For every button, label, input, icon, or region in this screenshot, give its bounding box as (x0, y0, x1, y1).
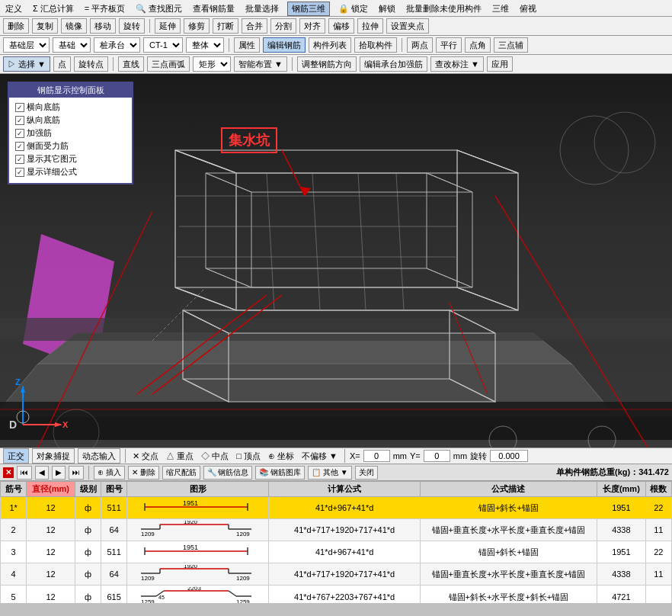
checkbox-4[interactable]: ✓ (15, 155, 24, 164)
panel-item-1[interactable]: ✓ 纵向底筋 (15, 114, 126, 126)
break-btn[interactable]: 打断 (213, 18, 238, 34)
arc-btn[interactable]: 三点画弧 (147, 56, 190, 72)
extend-btn[interactable]: 延伸 (155, 18, 181, 34)
first-btn[interactable]: ⏮ (17, 466, 32, 480)
edit-cap-rebar-btn[interactable]: 编辑承台加强筋 (360, 56, 427, 72)
trim-btn[interactable]: 修剪 (184, 18, 210, 34)
adjust-direction-btn[interactable]: 调整钢筋方向 (297, 56, 357, 72)
menu-calculate[interactable]: Σ 汇总计算 (30, 2, 76, 15)
point-btn[interactable]: 点 (53, 56, 71, 72)
two-point-btn[interactable]: 两点 (407, 37, 433, 53)
last-btn[interactable]: ⏭ (69, 466, 84, 480)
cell-shapeno: 511 (101, 541, 127, 563)
other-btn[interactable]: 📋 其他 ▼ (308, 466, 351, 480)
three-point-aux-btn[interactable]: 三点辅 (494, 37, 528, 53)
checkbox-1[interactable]: ✓ (15, 116, 24, 125)
delete-btn[interactable]: 删除 (3, 18, 29, 34)
table-row[interactable]: 2 12 ф 64 1209 1920 1209 (1, 519, 672, 541)
menu-batch-select[interactable]: 批量选择 (243, 2, 281, 15)
checkbox-0[interactable]: ✓ (15, 103, 24, 112)
next-btn[interactable]: ▶ (52, 466, 66, 480)
whole-dropdown[interactable]: 整体 (186, 37, 224, 53)
menu-view-rebar[interactable]: 查看钢筋量 (190, 2, 237, 15)
menu-top-view[interactable]: 俯视 (517, 2, 539, 15)
table-row[interactable]: 1* 12 ф 511 1951 41*d+967+41*d 锚固+斜长+锚固 (1, 497, 672, 519)
svg-line-23 (396, 173, 404, 310)
coord-btn[interactable]: ⊕ 坐标 (266, 450, 296, 463)
scale-btn[interactable]: 缩尺配筋 (162, 466, 200, 480)
menu-rebar-3d[interactable]: 钢筋三维 (287, 2, 330, 16)
svg-marker-14 (206, 173, 251, 287)
parallel-btn[interactable]: 平行 (436, 37, 462, 53)
menu-unlock[interactable]: 解锁 (376, 2, 398, 15)
y-input[interactable] (424, 450, 450, 462)
no-offset-btn[interactable]: 不偏移 ▼ (299, 450, 340, 463)
close-panel-btn[interactable]: 关闭 (355, 466, 378, 480)
rebar-info-btn[interactable]: 🔧 钢筋信息 (203, 466, 253, 480)
checkbox-2[interactable]: ✓ (15, 129, 24, 138)
panel-item-0[interactable]: ✓ 横向底筋 (15, 101, 126, 113)
svg-marker-15 (206, 268, 472, 287)
point-angle-btn[interactable]: 点角 (465, 37, 491, 53)
checkbox-3[interactable]: ✓ (15, 142, 24, 151)
merge-btn[interactable]: 合并 (242, 18, 267, 34)
menu-align[interactable]: = 平齐板页 (82, 2, 127, 15)
pile-cap-dropdown[interactable]: 桩承台 (94, 37, 140, 53)
table-row[interactable]: 5 12 ф 615 1259 2203 1259 (1, 586, 672, 604)
snap-btn[interactable]: 对象捕捉 (32, 448, 75, 464)
panel-item-4[interactable]: ✓ 显示其它图元 (15, 153, 126, 165)
menu-3d[interactable]: 三维 (490, 2, 511, 15)
select-btn[interactable]: ▷ 选择 ▼ (3, 56, 50, 72)
menu-define[interactable]: 定义 (3, 2, 24, 15)
svg-point-34 (560, 116, 629, 184)
x-input[interactable] (363, 450, 390, 462)
offset-btn[interactable]: 偏移 (328, 18, 354, 34)
ct1-dropdown[interactable]: CT-1 (143, 37, 183, 53)
copy-btn[interactable]: 复制 (32, 18, 58, 34)
dyn-input-btn[interactable]: 动态输入 (78, 448, 120, 464)
grip-btn[interactable]: 设置夹点 (386, 18, 429, 34)
rebar-lib-btn[interactable]: 📚 钢筋图库 (255, 466, 305, 480)
col-shape: 图形 (127, 482, 269, 497)
midpoint-btn[interactable]: ◇ 中点 (199, 450, 231, 463)
del-btn[interactable]: ✕ 删除 (128, 466, 159, 480)
component-list-btn[interactable]: 构件列表 (309, 37, 351, 53)
insert-btn[interactable]: ⊕ 插入 (94, 466, 125, 480)
split-btn[interactable]: 分割 (270, 18, 296, 34)
table-row[interactable]: 3 12 ф 511 1951 41*d+967+41*d 锚固+斜长+锚固 (1, 541, 672, 563)
ortho-btn[interactable]: 正交 (3, 448, 29, 464)
shape-dropdown[interactable]: 矩形 (193, 56, 231, 72)
rotate-point-btn[interactable]: 旋转点 (74, 56, 108, 72)
smart-place-btn[interactable]: 智能布置 ▼ (234, 56, 287, 72)
rotate-input[interactable] (490, 450, 528, 462)
vertex-btn[interactable]: □ 顶点 (234, 450, 263, 463)
check-label-btn[interactable]: 查改标注 ▼ (430, 56, 484, 72)
pick-component-btn[interactable]: 拾取构件 (354, 37, 397, 53)
intersect-btn[interactable]: ✕ 交点 (130, 450, 161, 463)
menu-find[interactable]: 🔍 查找图元 (133, 2, 184, 15)
stretch-btn[interactable]: 拉伸 (357, 18, 383, 34)
property-btn[interactable]: 属性 (234, 37, 260, 53)
table-row[interactable]: 4 12 ф 64 1209 1920 1209 (1, 563, 672, 586)
edit-rebar-btn[interactable]: 编辑钢筋 (263, 37, 306, 53)
checkbox-5[interactable]: ✓ (15, 168, 24, 177)
panel-item-2[interactable]: ✓ 加强筋 (15, 127, 126, 139)
line-btn[interactable]: 直线 (118, 56, 144, 72)
panel-item-5[interactable]: ✓ 显示详细公式 (15, 166, 126, 178)
base-dropdown[interactable]: 基础 (53, 37, 91, 53)
table-container[interactable]: 筋号 直径(mm) 级别 图号 图形 计算公式 公式描述 长度(mm) 根数 1… (0, 481, 672, 603)
endpoint-btn[interactable]: △ 重点 (164, 450, 196, 463)
close-red-btn[interactable]: ✕ (3, 467, 14, 478)
mirror-btn[interactable]: 镜像 (61, 18, 87, 34)
prev-btn[interactable]: ◀ (35, 466, 49, 480)
menu-batch-delete[interactable]: 批量删除未使用构件 (404, 2, 484, 15)
align-btn[interactable]: 对齐 (299, 18, 325, 34)
menu-lock[interactable]: 🔒 锁定 (336, 2, 370, 15)
panel-item-3[interactable]: ✓ 侧面受力筋 (15, 140, 126, 152)
apply-btn[interactable]: 应用 (487, 56, 513, 72)
move-btn[interactable]: 移动 (90, 18, 116, 34)
svg-text:X: X (62, 420, 69, 429)
rotate-btn[interactable]: 旋转 (119, 18, 145, 34)
layer-dropdown[interactable]: 基础层 (3, 37, 50, 53)
rebar-table: 筋号 直径(mm) 级别 图号 图形 计算公式 公式描述 长度(mm) 根数 1… (0, 481, 672, 603)
